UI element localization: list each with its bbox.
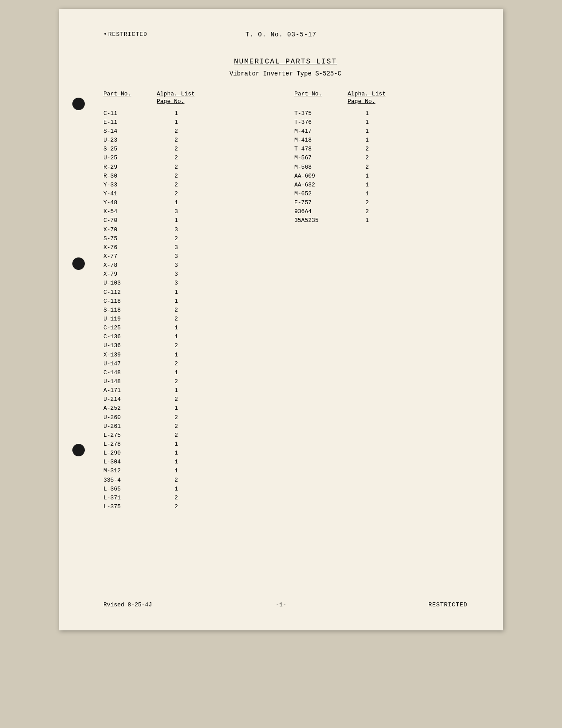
page-document: RESTRICTED T. O. No. 03-5-17 NUMERICAL P… [59,9,503,630]
right-page-no-header: Alpha. List Page No. [348,91,467,106]
hole-punch-1 [72,98,85,110]
part-number: C-136 [103,332,157,341]
table-row: U-261 2 [103,422,277,431]
table-row: T-375 1 [294,109,467,118]
part-number: L-275 [103,431,157,440]
page-number: 2 [157,341,277,350]
table-row: U-23 2 [103,136,277,145]
page-number: 1 [348,216,467,225]
table-row: X-79 3 [103,270,277,279]
part-number: C-148 [103,368,157,377]
page-number: 1 [157,485,277,494]
table-row: X-70 3 [103,226,277,234]
part-number: X-78 [103,261,157,270]
part-number: Y-48 [103,198,157,207]
table-row: T-478 2 [294,145,467,154]
table-row: C-118 1 [103,297,277,306]
part-number: U-214 [103,395,157,404]
part-number: Y-33 [103,181,157,190]
part-number: C-112 [103,288,157,297]
page-number: 3 [157,207,277,216]
page-number: 3 [157,270,277,279]
part-number: C-70 [103,216,157,225]
page-number: 2 [157,154,277,162]
parts-table: Part No. Alpha. List Page No. C-11 1 E-1… [103,91,467,511]
part-number: C-11 [103,109,157,118]
table-row: M-312 1 [103,467,277,475]
page-number: 2 [157,502,277,511]
part-number: T-376 [294,118,348,127]
table-row: X-76 3 [103,243,277,252]
table-row: X-54 3 [103,207,277,216]
footer-restricted: RESTRICTED [428,601,467,608]
part-number: T-375 [294,109,348,118]
part-number: Y-41 [103,190,157,198]
page-number: 1 [348,136,467,145]
page-number: 2 [157,422,277,431]
page-number: 2 [157,494,277,502]
part-number: L-304 [103,458,157,467]
part-number: M-417 [294,127,348,136]
part-number: A-171 [103,386,157,395]
table-row: C-125 1 [103,324,277,332]
title-section: NUMERICAL PARTS LIST Vibrator Inverter T… [103,58,467,77]
part-number: E-757 [294,198,348,207]
table-row: X-77 3 [103,252,277,261]
hole-punch-3 [72,444,85,456]
page-number: 2 [157,395,277,404]
table-row: C-112 1 [103,288,277,297]
part-number: X-54 [103,207,157,216]
table-row: AA-609 1 [294,172,467,181]
table-row: U-260 2 [103,413,277,422]
page-number: 2 [157,377,277,386]
table-row: Y-33 2 [103,181,277,190]
page-number: 2 [157,172,277,181]
table-row: R-30 2 [103,172,277,181]
page-number: 2 [157,136,277,145]
left-column-header: Part No. Alpha. List Page No. [103,91,277,106]
part-number: T-478 [294,145,348,154]
part-number: U-136 [103,341,157,350]
page-number: 1 [157,216,277,225]
page-number: 1 [157,118,277,127]
part-number: L-278 [103,440,157,449]
table-row: M-418 1 [294,136,467,145]
table-row: S-118 2 [103,306,277,315]
page-number: 1 [157,458,277,467]
table-row: M-568 2 [294,163,467,172]
part-number: R-30 [103,172,157,181]
left-page-no-header: Alpha. List Page No. [157,91,277,106]
table-row: L-290 1 [103,449,277,458]
page-number: 1 [157,198,277,207]
table-row: L-365 1 [103,485,277,494]
table-row: M-652 1 [294,190,467,198]
subtitle: Vibrator Inverter Type S-525-C [103,70,467,77]
page-number: 2 [157,315,277,324]
part-number: S-25 [103,145,157,154]
part-number: S-14 [103,127,157,136]
right-column: Part No. Alpha. List Page No. T-375 1 T-… [285,91,467,511]
part-number: E-11 [103,118,157,127]
main-title: NUMERICAL PARTS LIST [103,58,467,66]
part-number: U-103 [103,279,157,288]
hole-punch-2 [72,257,85,270]
part-number: L-371 [103,494,157,502]
table-row: E-757 2 [294,198,467,207]
table-row: C-11 1 [103,109,277,118]
part-number: 936A4 [294,207,348,216]
page-number: 1 [348,190,467,198]
part-number: X-139 [103,351,157,360]
table-row: X-78 3 [103,261,277,270]
page-number: 2 [157,431,277,440]
left-column: Part No. Alpha. List Page No. C-11 1 E-1… [103,91,285,511]
right-part-no-header: Part No. [294,91,348,106]
page-number: 1 [348,181,467,190]
page-number: 2 [157,476,277,485]
page-number: 2 [157,163,277,172]
footer-revised: Rvised 8-25-4J [103,601,152,608]
part-number: C-118 [103,297,157,306]
page-number: 1 [348,127,467,136]
part-number: A-252 [103,404,157,413]
header-restricted-label: RESTRICTED [103,31,147,38]
page-number: 2 [157,360,277,368]
